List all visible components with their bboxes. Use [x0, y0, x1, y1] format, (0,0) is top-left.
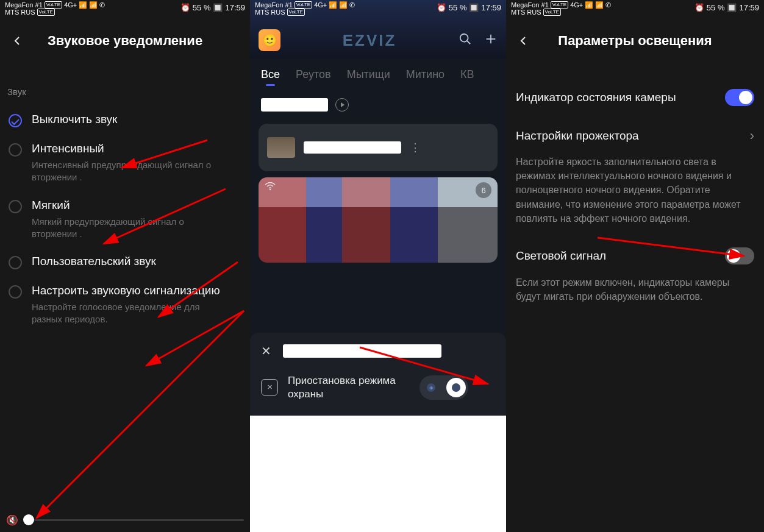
carrier-2: MTS RUS: [5, 9, 35, 16]
svg-point-9: [270, 189, 271, 190]
option-mute[interactable]: Выключить звук: [0, 104, 250, 133]
tab-all[interactable]: Все: [261, 68, 280, 81]
battery-icon: 🔲: [469, 4, 479, 12]
tab-reutov[interactable]: Реутов: [296, 68, 331, 81]
screen-sound-notification: MegaFon #1 VoLTE 4G+ 📶 📶 ✆ MTS RUS VoLTE…: [0, 0, 250, 532]
svg-line-4: [37, 311, 244, 518]
section-label-sound: Звук: [0, 60, 250, 104]
screen-ezviz-home: MegaFon #1 VoLTE 4G+ 📶 📶 ✆ MTS RUS VoLTE…: [250, 0, 506, 416]
volume-thumb[interactable]: [23, 514, 34, 525]
carrier-1: MegaFon #1: [511, 1, 549, 9]
svg-point-5: [460, 34, 468, 42]
signal-icon: 📶: [79, 1, 87, 9]
volte-badge: VoLTE: [551, 1, 568, 9]
option-custom-label: Пользовательский звук: [32, 255, 156, 268]
floodlight-desc: Настройте яркость заполнительного света …: [506, 155, 764, 236]
location-tabs: Все Реутов Мытищи Митино КВ: [250, 59, 506, 87]
signal-icon: 📶: [329, 1, 337, 9]
toggle-knob: [446, 378, 466, 397]
tab-mytishchi[interactable]: Мытищи: [347, 68, 390, 81]
battery-icon: 🔲: [727, 4, 737, 12]
volte-badge-2: VoLTE: [543, 9, 561, 16]
add-icon[interactable]: [484, 32, 498, 48]
status-bar: MegaFon #1 VoLTE 4G+ 📶 📶 ✆ MTS RUS VoLTE…: [506, 0, 764, 22]
annotation-arrow: [24, 305, 250, 524]
clock: 17:59: [481, 4, 501, 12]
shield-off-icon: [261, 379, 278, 396]
radio-icon: [9, 285, 22, 299]
header: Звуковое уведомление: [0, 22, 250, 60]
close-icon[interactable]: ✕: [261, 344, 273, 358]
redacted-text: [283, 344, 441, 358]
option-mute-label: Выключить звук: [32, 113, 117, 126]
battery-percent: 55 %: [193, 4, 211, 12]
screen-lighting-settings: MegaFon #1 VoLTE 4G+ 📶 📶 ✆ MTS RUS VoLTE…: [506, 0, 764, 532]
signal-icon-2: 📶: [595, 1, 604, 9]
setting-light-signal[interactable]: Световой сигнал: [506, 236, 764, 275]
status-bar: MegaFon #1 VoLTE 4G+ 📶 📶 ✆ MTS RUS VoLTE…: [250, 0, 506, 22]
battery-icon: 🔲: [213, 4, 223, 12]
header: Параметры освещения: [506, 22, 764, 60]
option-soft[interactable]: Мягкий Мягкий предупреждающий сигнал о в…: [0, 190, 250, 247]
alarm-icon: ⏰: [437, 4, 446, 12]
option-custom-sound[interactable]: Пользовательский звук: [0, 246, 250, 275]
volume-slider[interactable]: [24, 519, 244, 521]
radio-icon: [9, 143, 22, 157]
bottom-sheet: ✕ Приостановка режима охраны ◈: [250, 333, 506, 416]
tab-mitino[interactable]: Митино: [406, 68, 444, 81]
option-soft-label: Мягкий: [32, 199, 227, 212]
light-signal-desc: Если этот режим включен, индикаторы каме…: [506, 275, 764, 314]
event-count-badge: 6: [476, 182, 491, 198]
guard-toggle[interactable]: ◈: [419, 375, 468, 400]
battery-percent: 55 %: [707, 4, 725, 12]
light-signal-switch[interactable]: [725, 247, 754, 264]
device-thumbnail: [267, 137, 295, 158]
battery-percent: 55 %: [449, 4, 467, 12]
redacted-text: [304, 141, 401, 154]
signal-icon-2: 📶: [89, 1, 98, 9]
toggle-off-indicator: ◈: [427, 383, 435, 392]
search-icon[interactable]: [459, 32, 472, 48]
carrier-2: MTS RUS: [511, 9, 541, 16]
option-configure-desc: Настройте голосовое уведомление для разн…: [32, 301, 227, 326]
brand-logo: EZVIZ: [343, 31, 397, 50]
option-configure-alarm[interactable]: Настроить звуковую сигнализацию Настройт…: [0, 275, 250, 332]
device-card[interactable]: ⋮: [259, 124, 498, 171]
volume-slider-row: 🔇: [0, 508, 250, 532]
radio-checked-icon: [9, 114, 22, 127]
whatsapp-icon: ✆: [99, 1, 105, 9]
tab-kv[interactable]: КВ: [460, 68, 474, 81]
signal-icon-2: 📶: [339, 1, 348, 9]
radio-icon: [9, 256, 22, 269]
floodlight-label: Настройки прожектора: [516, 129, 743, 143]
status-bar: MegaFon #1 VoLTE 4G+ 📶 📶 ✆ MTS RUS VoLTE…: [0, 0, 250, 22]
status-led-label: Индикатор состояния камеры: [516, 91, 718, 104]
setting-status-led[interactable]: Индикатор состояния камеры: [506, 78, 764, 117]
network-type: 4G+: [64, 1, 77, 9]
whatsapp-icon: ✆: [605, 1, 611, 9]
status-led-switch[interactable]: [725, 89, 754, 106]
more-icon[interactable]: ⋮: [410, 141, 422, 154]
volte-badge: VoLTE: [295, 1, 312, 9]
carrier-1: MegaFon #1: [5, 1, 43, 9]
option-intense-label: Интенсивный: [32, 142, 227, 155]
volte-badge-2: VoLTE: [37, 9, 55, 16]
volume-mute-icon: 🔇: [6, 514, 18, 526]
setting-floodlight[interactable]: Настройки прожектора ›: [506, 117, 764, 155]
option-intense[interactable]: Интенсивный Интенсивный предупреждающий …: [0, 133, 250, 190]
volte-badge-2: VoLTE: [287, 9, 305, 16]
pause-guard-label: Приостановка режима охраны: [288, 374, 410, 401]
alarm-icon: ⏰: [180, 4, 190, 12]
alarm-icon: ⏰: [694, 4, 704, 12]
device-group-header[interactable]: [250, 87, 506, 115]
page-title: Звуковое уведомление: [9, 33, 241, 49]
radio-icon: [9, 200, 22, 213]
svg-line-6: [467, 41, 471, 44]
option-configure-label: Настроить звуковую сигнализацию: [32, 284, 227, 297]
chevron-right-icon: ›: [750, 128, 754, 144]
carrier-1: MegaFon #1: [255, 1, 293, 9]
play-all-icon[interactable]: [335, 98, 349, 112]
clock: 17:59: [739, 4, 759, 12]
profile-avatar[interactable]: 🙂: [259, 29, 280, 51]
camera-live-preview[interactable]: 6: [259, 177, 498, 263]
